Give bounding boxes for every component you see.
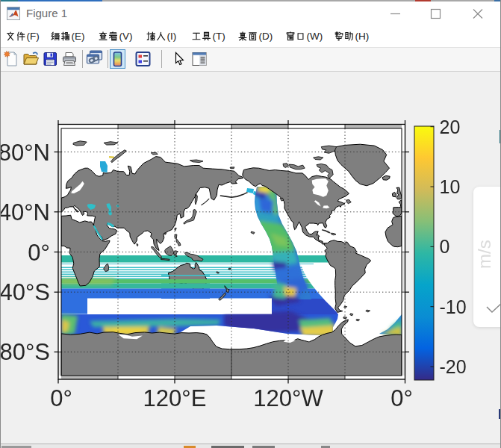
svg-text:20: 20 [440, 116, 461, 137]
svg-text:0°: 0° [28, 240, 50, 266]
svg-text:120°E: 120°E [143, 385, 207, 411]
svg-text:(I): (I) [167, 31, 177, 42]
svg-text:10: 10 [440, 176, 461, 197]
svg-text:(D): (D) [259, 31, 273, 42]
svg-text:80°N: 80°N [0, 140, 50, 166]
svg-text:(H): (H) [355, 31, 370, 42]
svg-text:80°S: 80°S [0, 339, 50, 365]
svg-text:0°: 0° [50, 385, 72, 411]
svg-text:-10: -10 [440, 296, 467, 317]
svg-text:120°W: 120°W [253, 385, 323, 411]
svg-text:40°N: 40°N [0, 199, 50, 225]
svg-text:(T): (T) [213, 31, 225, 42]
svg-text:(E): (E) [72, 31, 85, 42]
svg-text:40°S: 40°S [0, 279, 50, 305]
svg-text:(W): (W) [307, 31, 323, 42]
svg-text:(F): (F) [27, 31, 40, 42]
svg-text:0: 0 [440, 236, 450, 257]
svg-text:0°: 0° [390, 385, 413, 411]
svg-text:-20: -20 [440, 356, 467, 377]
svg-text:(V): (V) [119, 31, 133, 42]
